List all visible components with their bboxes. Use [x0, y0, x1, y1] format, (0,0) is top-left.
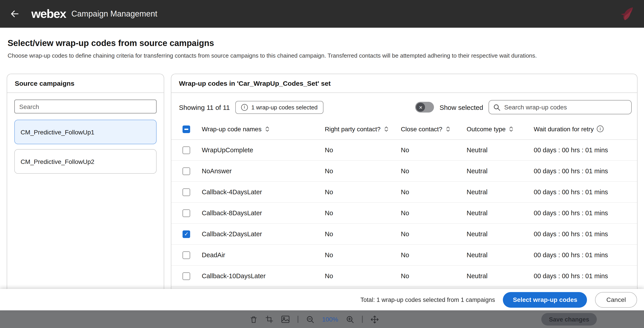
right-party-cell: No	[321, 244, 397, 266]
right-party-cell: No	[321, 161, 397, 181]
row-checkbox[interactable]	[182, 146, 190, 154]
back-arrow-icon	[10, 9, 20, 19]
right-party-cell: No	[321, 266, 397, 287]
table-row: Callback-2DaysLater No No Neutral 00 day…	[171, 223, 637, 244]
show-selected-label: Show selected	[440, 103, 483, 111]
webex-logo: webex	[31, 7, 66, 21]
campaign-item[interactable]: CM_Predictive_FollowUp1	[14, 120, 156, 144]
search-icon	[493, 104, 500, 111]
row-checkbox[interactable]	[182, 251, 190, 259]
sort-icon	[445, 126, 450, 133]
modal-footer: Total: 1 wrap-up codes selected from 1 c…	[0, 289, 644, 310]
info-icon: i	[241, 104, 248, 111]
code-name: NoAnswer	[198, 161, 321, 181]
row-checkbox[interactable]	[182, 209, 190, 217]
select-wrapup-codes-button[interactable]: Select wrap-up codes	[503, 292, 587, 308]
codes-table-body: WrapUpComplete No No Neutral 00 days : 0…	[171, 140, 637, 287]
back-button[interactable]	[10, 9, 20, 19]
close-contact-cell: No	[397, 223, 463, 244]
close-contact-cell: No	[397, 202, 463, 223]
campaign-search-input[interactable]	[14, 100, 156, 113]
close-contact-cell: No	[397, 161, 463, 181]
wait-duration-cell: 00 days : 00 hrs : 01 mins	[530, 181, 637, 202]
total-summary: Total: 1 wrap-up codes selected from 1 c…	[360, 296, 495, 303]
canvas-toolbar: 100%	[250, 310, 379, 328]
wait-duration-cell: 00 days : 00 hrs : 01 mins	[530, 202, 637, 223]
image-icon	[281, 315, 290, 323]
sort-icon	[509, 126, 514, 133]
zoom-level: 100%	[322, 316, 338, 323]
close-contact-cell: No	[397, 181, 463, 202]
cancel-button[interactable]: Cancel	[595, 292, 637, 308]
right-party-cell: No	[321, 223, 397, 244]
campaign-item[interactable]: CM_Predictive_FollowUp2	[14, 149, 156, 174]
outcome-cell: Neutral	[463, 223, 530, 244]
codes-search-input[interactable]	[488, 100, 632, 114]
table-row: NoAnswer No No Neutral 00 days : 00 hrs …	[171, 161, 637, 181]
close-contact-cell: No	[397, 140, 463, 161]
content-panels: Source campaigns CM_Predictive_FollowUp1…	[0, 74, 644, 289]
row-checkbox[interactable]	[182, 188, 190, 196]
code-name: Callback-8DaysLater	[198, 202, 321, 223]
right-party-cell: No	[321, 140, 397, 161]
selected-count-badge: i 1 wrap-up codes selected	[235, 101, 323, 114]
codes-panel-title: Wrap-up codes in 'Car_WrapUp_Codes_Set' …	[171, 74, 637, 93]
toolbar-divider	[298, 316, 298, 323]
select-all-checkbox[interactable]	[182, 126, 190, 133]
wait-duration-cell: 00 days : 00 hrs : 01 mins	[530, 244, 637, 266]
right-party-cell: No	[321, 181, 397, 202]
dimmed-background: 100% Save changes	[0, 310, 644, 328]
codes-toolbar: Showing 11 of 11 i 1 wrap-up codes selec…	[171, 93, 637, 121]
save-changes-button: Save changes	[541, 313, 597, 326]
close-contact-cell: No	[397, 244, 463, 266]
page-title: Select/view wrap-up codes from source ca…	[8, 38, 636, 48]
code-name: Callback-10DaysLater	[198, 266, 321, 287]
code-name: DeadAir	[198, 244, 321, 266]
outcome-cell: Neutral	[463, 202, 530, 223]
delete-icon	[250, 315, 258, 324]
info-icon[interactable]: i	[597, 126, 604, 132]
wait-duration-cell: 00 days : 00 hrs : 01 mins	[530, 161, 637, 181]
campaign-list: CM_Predictive_FollowUp1 CM_Predictive_Fo…	[14, 120, 156, 174]
pan-icon	[370, 315, 379, 324]
zoom-in-icon	[346, 315, 354, 324]
campaign-name: CM_Predictive_FollowUp1	[20, 128, 94, 136]
row-checkbox[interactable]	[182, 272, 190, 280]
code-name: Callback-4DaysLater	[198, 181, 321, 202]
showing-count: Showing 11 of 11	[179, 103, 230, 111]
page-subtitle: Choose wrap-up codes to define chaining …	[8, 52, 636, 59]
table-row: Callback-4DaysLater No No Neutral 00 day…	[171, 181, 637, 202]
column-header-wait-duration: Wait duration for retry i	[530, 121, 637, 140]
sort-icon	[264, 126, 270, 133]
outcome-cell: Neutral	[463, 181, 530, 202]
crop-icon	[265, 315, 273, 323]
column-header-outcome-type[interactable]: Outcome type	[463, 121, 530, 140]
outcome-cell: Neutral	[463, 266, 530, 287]
wrapup-codes-panel: Wrap-up codes in 'Car_WrapUp_Codes_Set' …	[171, 74, 638, 289]
campaign-name: CM_Predictive_FollowUp2	[20, 158, 94, 165]
column-header-code-names[interactable]: Wrap-up code names	[198, 121, 321, 140]
column-header-right-party[interactable]: Right party contact?	[321, 121, 397, 140]
wrapup-codes-table: Wrap-up code names Right party contact? …	[171, 121, 637, 287]
code-name: WrapUpComplete	[198, 140, 321, 161]
top-header: webex Campaign Management	[0, 0, 644, 28]
table-row: DeadAir No No Neutral 00 days : 00 hrs :…	[171, 244, 637, 266]
close-contact-cell: No	[397, 266, 463, 287]
app-root: webex Campaign Management Select/view wr…	[0, 0, 644, 328]
row-checkbox[interactable]	[182, 167, 190, 175]
sort-icon	[384, 126, 388, 133]
table-row: Callback-10DaysLater No No Neutral 00 da…	[171, 266, 637, 287]
bird-logo-icon	[619, 6, 634, 21]
source-panel-title: Source campaigns	[7, 74, 164, 93]
row-checkbox[interactable]	[182, 230, 190, 238]
zoom-out-icon	[306, 315, 314, 324]
outcome-cell: Neutral	[463, 244, 530, 266]
app-title: Campaign Management	[71, 9, 157, 18]
source-campaigns-panel: Source campaigns CM_Predictive_FollowUp1…	[7, 74, 164, 289]
show-selected-toggle[interactable]: ×	[416, 102, 434, 113]
toggle-knob-off-icon: ×	[416, 103, 425, 112]
table-header-row: Wrap-up code names Right party contact? …	[171, 121, 637, 140]
wait-duration-cell: 00 days : 00 hrs : 01 mins	[530, 223, 637, 244]
column-header-close-contact[interactable]: Close contact?	[397, 121, 463, 140]
right-party-cell: No	[321, 202, 397, 223]
